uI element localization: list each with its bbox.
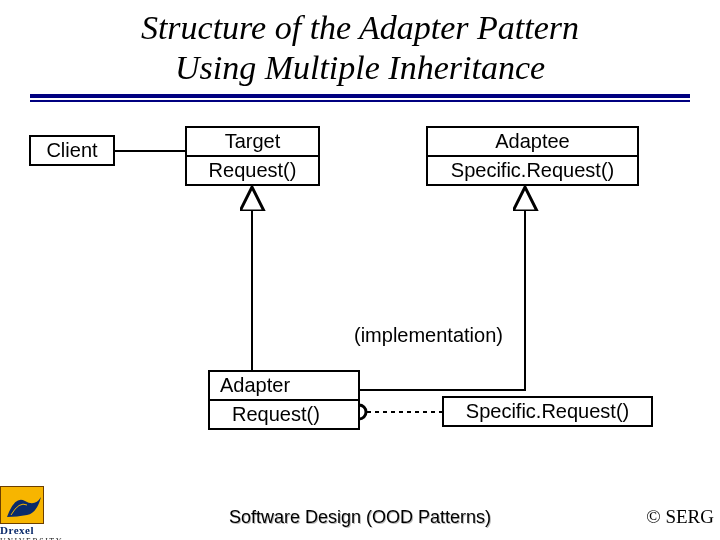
class-target-op: Request() (187, 155, 318, 184)
title-line-2: Using Multiple Inheritance (175, 49, 545, 86)
class-client: Client (29, 135, 115, 166)
class-client-name: Client (31, 137, 113, 164)
note-specific-request: Specific.Request() (442, 396, 653, 427)
class-adapter-op: Request() (210, 399, 358, 428)
class-adapter: Adapter Request() (208, 370, 360, 430)
footer-center-text: Software Design (OOD Patterns) (0, 507, 720, 528)
note-text: Specific.Request() (444, 398, 651, 425)
class-adaptee-name: Adaptee (428, 128, 637, 155)
edge-label-implementation: (implementation) (354, 324, 503, 347)
class-adaptee-op: Specific.Request() (428, 155, 637, 184)
class-target-name: Target (187, 128, 318, 155)
class-adapter-name: Adapter (210, 372, 358, 399)
title-line-1: Structure of the Adapter Pattern (141, 9, 579, 46)
footer-copyright: © SERG (646, 506, 714, 528)
class-target: Target Request() (185, 126, 320, 186)
diagram-canvas: Client Target Request() Adaptee Specific… (0, 102, 720, 502)
class-adaptee: Adaptee Specific.Request() (426, 126, 639, 186)
edge-adapter-adaptee (330, 187, 525, 390)
slide-title: Structure of the Adapter Pattern Using M… (0, 0, 720, 94)
title-underline (30, 94, 690, 102)
